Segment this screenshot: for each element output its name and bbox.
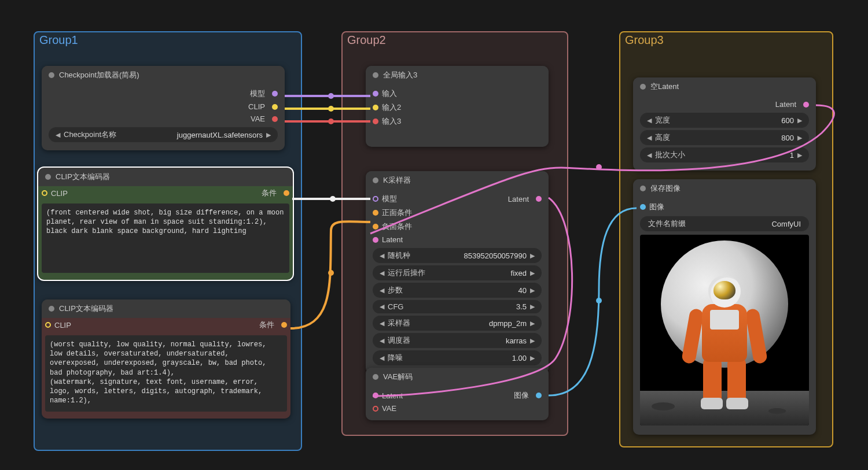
widget-width[interactable]: ◀宽度600▶ [640,113,809,128]
svg-point-6 [596,298,602,304]
port-model-out[interactable] [272,91,278,97]
port-latent-in[interactable] [373,393,378,398]
output-image-preview[interactable] [640,235,809,425]
collapse-icon[interactable] [373,177,378,183]
port-positive-in[interactable] [373,210,378,216]
widget-sampler[interactable]: ◀采样器dpmpp_2m▶ [373,316,542,331]
node-title: 空Latent [650,82,679,92]
node-vae-decode[interactable]: VAE解码 Latent 图像 VAE [366,368,549,420]
group-title: Group1 [39,34,78,47]
svg-point-0 [328,93,334,99]
port-image-out[interactable] [536,393,542,398]
node-title: 保存图像 [650,183,681,194]
node-clip-text-encode-positive[interactable]: CLIP文本编码器 CLIP 条件 (front centered wide s… [38,168,293,280]
svg-point-2 [328,119,334,124]
collapse-icon[interactable] [49,306,54,312]
prompt-textarea[interactable]: (worst quality, low quality, normal qual… [45,335,287,412]
svg-point-4 [328,270,334,276]
port-cond-out[interactable] [281,322,287,328]
node-canvas[interactable]: Group1 Group2 Group3 Checkpoint加载器(简易) 模… [0,0,868,470]
chevron-right-icon[interactable]: ▶ [265,131,272,139]
widget-scheduler[interactable]: ◀调度器karras▶ [373,333,542,348]
collapse-icon[interactable] [45,174,51,180]
collapse-icon[interactable] [640,186,646,191]
port-vae-in[interactable] [373,406,378,412]
node-title: Checkpoint加载器(简易) [59,70,139,80]
port-clip-out[interactable] [272,104,278,110]
prompt-textarea[interactable]: (front centered wide shot, big size diff… [42,203,289,273]
port-latent-out[interactable] [536,196,542,202]
port-input-1[interactable] [373,91,378,97]
node-global-input[interactable]: 全局输入3 输入 输入2 输入3 [366,66,549,147]
widget-checkpoint-name[interactable]: ◀ Checkpoint名称 juggernautXL.safetensors … [49,127,278,142]
node-title: K采样器 [383,175,411,186]
widget-cfg[interactable]: ◀CFG3.5▶ [373,300,542,313]
port-clip-in[interactable] [42,190,47,196]
svg-point-3 [330,196,336,202]
port-latent-out[interactable] [803,102,809,108]
port-clip-in[interactable] [45,322,51,328]
node-title: VAE解码 [383,372,413,382]
node-save-image[interactable]: 保存图像 图像 文件名前缀 ComfyUI [633,179,816,435]
node-title: 全局输入3 [383,70,417,80]
node-empty-latent[interactable]: 空Latent Latent ◀宽度600▶ ◀高度800▶ ◀批次大小1▶ [633,77,816,171]
collapse-icon[interactable] [373,374,378,380]
node-title: CLIP文本编码器 [56,172,110,182]
svg-point-5 [596,164,602,170]
chevron-left-icon[interactable]: ◀ [54,131,61,139]
port-cond-out[interactable] [284,190,289,196]
widget-filename-prefix[interactable]: 文件名前缀 ComfyUI [640,216,809,231]
port-input-3[interactable] [373,119,378,124]
widget-height[interactable]: ◀高度800▶ [640,130,809,145]
port-negative-in[interactable] [373,224,378,230]
port-vae-out[interactable] [272,116,278,122]
group-title: Group3 [625,34,664,47]
collapse-icon[interactable] [49,72,54,78]
widget-control-after[interactable]: ◀运行后操作fixed▶ [373,265,542,280]
port-image-in[interactable] [640,204,646,210]
widget-seed[interactable]: ◀随机种853952050057990▶ [373,248,542,263]
widget-steps[interactable]: ◀步数40▶ [373,283,542,298]
collapse-icon[interactable] [373,72,378,78]
node-title: CLIP文本编码器 [59,304,113,314]
widget-batch[interactable]: ◀批次大小1▶ [640,147,809,162]
node-clip-text-encode-negative[interactable]: CLIP文本编码器 CLIP 条件 (worst quality, low qu… [42,299,290,419]
widget-denoise[interactable]: ◀降噪1.00▶ [373,350,542,365]
node-checkpoint-loader[interactable]: Checkpoint加载器(简易) 模型 CLIP VAE ◀ Checkpoi… [42,66,285,150]
port-latent-in[interactable] [373,237,378,243]
svg-point-1 [328,106,334,112]
group-title: Group2 [347,34,386,47]
node-ksampler[interactable]: K采样器 模型 Latent 正面条件 负面条件 Latent ◀随机种8539… [366,171,549,373]
port-input-2[interactable] [373,105,378,110]
port-model-in[interactable] [373,196,378,202]
collapse-icon[interactable] [640,84,646,90]
